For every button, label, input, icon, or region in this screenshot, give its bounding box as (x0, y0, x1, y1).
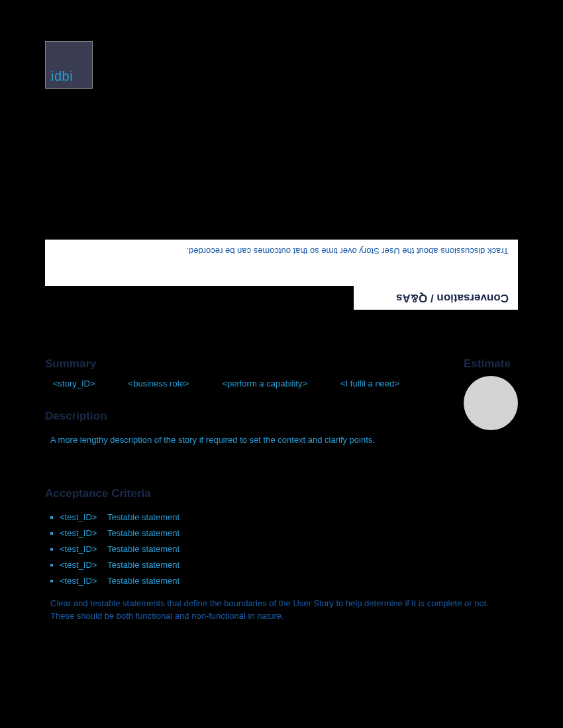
estimate-heading: Estimate (464, 357, 518, 371)
acceptance-item: <test_ID> Testable statement (50, 544, 518, 554)
summary-story-id: <story_ID> (53, 379, 95, 388)
estimate-circle (464, 376, 518, 430)
test-statement: Testable statement (107, 512, 179, 522)
test-id: <test_ID> (60, 576, 107, 586)
test-statement: Testable statement (107, 528, 179, 538)
conversation-heading: Conversation / Q&As (354, 286, 518, 310)
summary-capability: <perform a capability> (222, 379, 307, 388)
description-heading: Description (45, 410, 464, 423)
test-id: <test_ID> (60, 560, 107, 570)
acceptance-item: <test_ID> Testable statement (50, 576, 518, 586)
summary-need: <I fulfil a need> (340, 379, 399, 388)
test-id: <test_ID> (60, 512, 107, 522)
acceptance-item: <test_ID> Testable statement (50, 512, 518, 522)
acceptance-help-text: Clear and testable statements that defin… (45, 598, 509, 623)
acceptance-heading: Acceptance Criteria (45, 487, 518, 500)
summary-heading: Summary (45, 357, 464, 371)
logo-text: idbi (51, 69, 73, 84)
description-text: A more lengthy description of the story … (45, 435, 464, 445)
acceptance-list: <test_ID> Testable statement <test_ID> T… (45, 512, 518, 586)
estimate-column: Estimate (464, 357, 518, 430)
logo-box: idbi (45, 41, 93, 89)
conversation-block: Conversation / Q&As Track discussions ab… (45, 240, 518, 310)
test-id: <test_ID> (60, 544, 107, 554)
test-id: <test_ID> (60, 528, 107, 538)
acceptance-item: <test_ID> Testable statement (50, 560, 518, 570)
conversation-help-text: Track discussions about the User Story o… (186, 246, 509, 256)
bullet-icon (50, 580, 53, 582)
bullet-icon (50, 564, 53, 567)
conversation-body: Track discussions about the User Story o… (45, 240, 518, 286)
test-statement: Testable statement (107, 560, 179, 570)
test-statement: Testable statement (107, 576, 179, 586)
acceptance-item: <test_ID> Testable statement (50, 528, 518, 538)
summary-fields: <story_ID> <business role> <perform a ca… (45, 379, 464, 388)
bullet-icon (50, 548, 53, 551)
summary-business-role: <business role> (128, 379, 189, 388)
bullet-icon (50, 532, 53, 535)
main-content: Summary <story_ID> <business role> <perf… (45, 357, 518, 623)
bullet-icon (50, 516, 53, 519)
test-statement: Testable statement (107, 544, 179, 554)
